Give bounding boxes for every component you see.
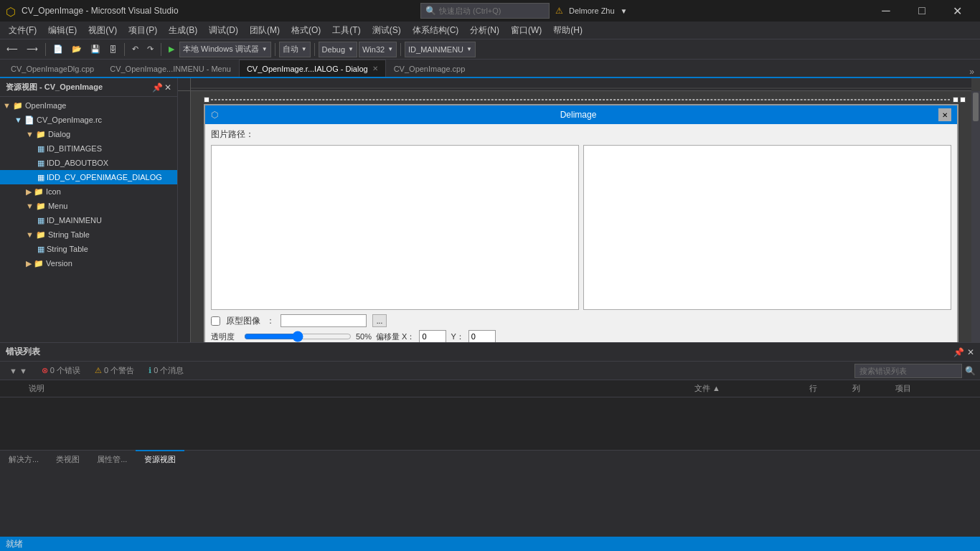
- tab-overflow-button[interactable]: »: [966, 67, 977, 77]
- tree-openimage[interactable]: ▼ 📁 OpenImage: [0, 98, 177, 113]
- menu-view[interactable]: 视图(V): [83, 23, 123, 38]
- offset-y-input[interactable]: [468, 330, 496, 342]
- close-sidebar-icon[interactable]: ✕: [164, 83, 171, 93]
- menu-edit[interactable]: 编辑(E): [42, 23, 83, 38]
- bottom-tab-classview[interactable]: 类视图: [47, 450, 88, 468]
- error-list-close-icon[interactable]: ✕: [967, 347, 974, 357]
- close-button[interactable]: ✕: [941, 0, 974, 22]
- error-search-icon[interactable]: 🔍: [965, 366, 976, 376]
- error-search-box: 🔍: [854, 364, 976, 378]
- tree-version-folder[interactable]: ▶ 📁 Version: [0, 256, 177, 270]
- tree-idd-aboutbox[interactable]: ▦ IDD_ABOUTBOX: [0, 156, 177, 170]
- transparency-slider[interactable]: [244, 332, 352, 341]
- error-list-pin-icon[interactable]: 📌: [953, 347, 964, 357]
- auto-dropdown[interactable]: 自动 ▼: [279, 42, 311, 57]
- design-area: ⬡ Delimage ✕ 图片路径：: [178, 78, 980, 342]
- message-count-btn[interactable]: ℹ 0 个消息: [143, 363, 189, 378]
- menu-id-dropdown[interactable]: ID_MAINMENU ▼: [405, 42, 476, 57]
- tab-close-2[interactable]: ✕: [372, 65, 378, 72]
- col-line[interactable]: 行: [805, 383, 848, 394]
- tree-label-version: Version: [46, 259, 72, 268]
- menu-format[interactable]: 格式(O): [286, 23, 326, 38]
- offset-x-input[interactable]: [419, 330, 446, 342]
- menu-help[interactable]: 帮助(H): [547, 23, 588, 38]
- col-desc[interactable]: 说明: [24, 383, 690, 394]
- tree-id-bitimages[interactable]: ▦ ID_BITIMAGES: [0, 141, 177, 156]
- back-button[interactable]: ⟵: [3, 42, 22, 57]
- pin-icon[interactable]: 📌: [152, 83, 163, 93]
- tree-idd-cv-openimage-dialog[interactable]: ▦ IDD_CV_OPENIMAGE_DIALOG: [0, 170, 177, 184]
- tab-0[interactable]: CV_OpenImageDlg.cpp: [3, 60, 102, 77]
- menu-build[interactable]: 生成(B): [163, 23, 203, 38]
- debug-config-label: Debug: [322, 45, 345, 54]
- menu-tools[interactable]: 工具(T): [326, 23, 366, 38]
- save-all-button[interactable]: 🗄: [105, 42, 121, 57]
- new-button[interactable]: 📄: [50, 42, 67, 57]
- menu-project[interactable]: 项目(P): [123, 23, 163, 38]
- start-debug-button[interactable]: ▶: [165, 42, 178, 57]
- tree-menu-folder[interactable]: ▼ 📁 Menu: [0, 199, 177, 213]
- platform-dropdown[interactable]: Win32 ▼: [359, 42, 397, 57]
- debug-target-dropdown[interactable]: 本地 Windows 调试器 ▼: [179, 42, 271, 57]
- proto-browse-btn[interactable]: ...: [372, 314, 387, 327]
- scrollbar-vertical[interactable]: [971, 91, 980, 342]
- minimize-button[interactable]: ─: [870, 0, 903, 22]
- tab-label-2: CV_OpenImage.r...IALOG - Dialog: [247, 65, 368, 73]
- toolbar-main: ⟵ ⟶ 📄 📂 💾 🗄 ↶ ↷ ▶ 本地 Windows 调试器 ▼ 自动 ▼ …: [0, 39, 980, 60]
- tab-bar: CV_OpenImageDlg.cpp CV_OpenImage...INMEN…: [0, 60, 980, 78]
- quick-launch-box[interactable]: 🔍: [420, 3, 550, 19]
- col-project[interactable]: 项目: [891, 383, 977, 394]
- sidebar-panel: 资源视图 - CV_OpenImage 📌 ✕ ▼ 📁 OpenImage ▼ …: [0, 78, 178, 342]
- col-col[interactable]: 列: [848, 383, 891, 394]
- proto-checkbox[interactable]: [211, 316, 220, 326]
- menu-window[interactable]: 窗口(W): [505, 23, 547, 38]
- dialog-close-btn[interactable]: ✕: [938, 108, 951, 121]
- redo-button[interactable]: ↷: [143, 42, 157, 57]
- tab-3[interactable]: CV_OpenImage.cpp: [386, 60, 473, 77]
- filter-arrow: ▼: [19, 367, 27, 375]
- tree-label-rc: CV_OpenImage.rc: [37, 116, 102, 124]
- colon-sep: ：: [266, 315, 275, 327]
- tree-string-table-folder[interactable]: ▼ 📁 String Table: [0, 227, 177, 242]
- bottom-tab-properties[interactable]: 属性管...: [88, 450, 136, 468]
- error-filter-btn[interactable]: ▼ ▼: [4, 364, 32, 377]
- tree-dialog-folder[interactable]: ▼ 📁 Dialog: [0, 127, 177, 141]
- user-dropdown-icon[interactable]: ▼: [621, 7, 628, 15]
- tree-label-main-dialog: IDD_CV_OPENIMAGE_DIALOG: [47, 173, 162, 182]
- menu-id-label: ID_MAINMENU: [408, 45, 463, 54]
- menu-arch[interactable]: 体系结构(C): [407, 23, 465, 38]
- ruler-top: [191, 78, 971, 91]
- right-panel: [583, 145, 951, 310]
- resource-tree: ▼ 📁 OpenImage ▼ 📄 CV_OpenImage.rc ▼ 📁 Di…: [0, 97, 177, 342]
- status-bar: 就绪: [0, 537, 980, 551]
- forward-button[interactable]: ⟶: [23, 42, 42, 57]
- tab-2[interactable]: CV_OpenImage.r...IALOG - Dialog ✕: [239, 60, 386, 77]
- open-button[interactable]: 📂: [68, 42, 85, 57]
- tab-1[interactable]: CV_OpenImage...INMENU - Menu: [102, 60, 239, 77]
- maximize-button[interactable]: □: [905, 0, 938, 22]
- tree-icon-folder[interactable]: ▶ 📁 Icon: [0, 184, 177, 199]
- error-search-input[interactable]: [854, 364, 962, 378]
- save-button[interactable]: 💾: [87, 42, 104, 57]
- menu-test[interactable]: 测试(S): [367, 23, 407, 38]
- col-file[interactable]: 文件 ▲: [690, 383, 805, 394]
- menu-file[interactable]: 文件(F): [3, 23, 42, 38]
- menu-analyze[interactable]: 分析(N): [464, 23, 505, 38]
- warning-count-btn[interactable]: ⚠ 0 个警告: [90, 363, 139, 378]
- menu-team[interactable]: 团队(M): [244, 23, 286, 38]
- folder-icon-menu: ▼ 📁: [26, 202, 46, 211]
- tree-label-string-table-item: String Table: [47, 245, 88, 253]
- debug-config-dropdown[interactable]: Debug ▼: [319, 42, 357, 57]
- error-count-btn[interactable]: ⊗ 0 个错误: [37, 363, 85, 378]
- menu-debug[interactable]: 调试(D): [203, 23, 244, 38]
- undo-button[interactable]: ↶: [128, 42, 142, 57]
- tree-string-table-item[interactable]: ▦ String Table: [0, 242, 177, 256]
- separator-4: [275, 43, 275, 56]
- tree-id-mainmenu[interactable]: ▦ ID_MAINMENU: [0, 213, 177, 227]
- bottom-tab-resourceview[interactable]: 资源视图: [136, 450, 184, 468]
- quick-launch-input[interactable]: [439, 6, 540, 15]
- tree-rc-file[interactable]: ▼ 📄 CV_OpenImage.rc: [0, 113, 177, 127]
- separator-3: [161, 43, 161, 56]
- bottom-tab-solution[interactable]: 解决方...: [0, 450, 47, 468]
- proto-path-input[interactable]: [281, 314, 367, 327]
